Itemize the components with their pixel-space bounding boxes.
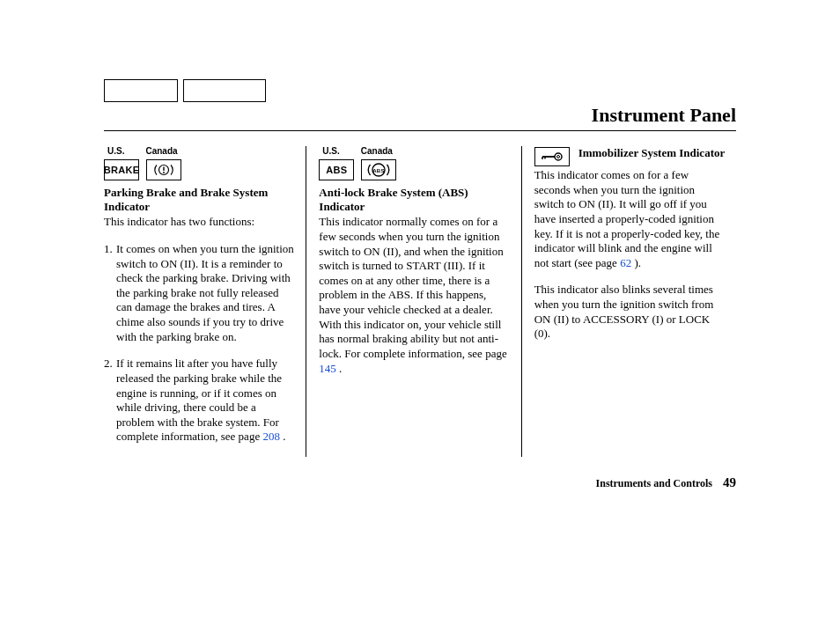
numbered-list: 1. It comes on when you turn the ignitio…: [104, 242, 295, 445]
list-item: 1. It comes on when you turn the ignitio…: [104, 242, 295, 344]
label-us: U.S.: [107, 146, 124, 158]
icon-labels-row: U.S. Canada: [319, 146, 510, 158]
abs-body-suffix: .: [336, 362, 343, 375]
immobilizer-body-2: This indicator also blinks several times…: [534, 283, 726, 342]
immobilizer-body-1: This indicator comes on for a few second…: [534, 168, 726, 270]
svg-point-6: [556, 156, 559, 158]
svg-point-2: [163, 172, 165, 173]
title-rule: [104, 130, 736, 131]
column-immobilizer: Immobilizer System Indicator This indica…: [521, 146, 736, 457]
page-footer: Instruments and Controls 49: [596, 475, 736, 490]
footer-section: Instruments and Controls: [596, 477, 712, 490]
page-link-145[interactable]: 145: [319, 362, 336, 375]
label-canada: Canada: [361, 146, 393, 158]
list-item-text: If it remains lit after you have fully r…: [116, 357, 295, 445]
page-link-208[interactable]: 208: [262, 430, 280, 443]
immobilizer-key-icon: [534, 147, 570, 166]
section-heading-abs: Anti-lock Brake System (ABS) Indicator: [319, 186, 510, 215]
list-number: 2.: [104, 357, 116, 445]
intro-text: This indicator has two functions:: [104, 215, 295, 230]
label-us: U.S.: [322, 146, 339, 158]
svg-text:ABS: ABS: [373, 168, 386, 173]
placeholder-box-2: [183, 79, 266, 102]
list-number: 1.: [104, 242, 116, 344]
icons-row: ABS ABS: [319, 159, 510, 180]
column-parking-brake: U.S. Canada BRAKE Parking Brake and Brak…: [104, 146, 306, 457]
placeholder-box-1: [104, 79, 178, 102]
footer-page-number: 49: [723, 475, 736, 490]
page-link-62[interactable]: 62: [620, 256, 631, 269]
immobilizer-body1-suffix: ).: [631, 256, 641, 269]
icon-labels-row: U.S. Canada: [104, 146, 295, 158]
abs-body-prefix: This indicator normally comes on for a f…: [319, 215, 506, 360]
content-columns: U.S. Canada BRAKE Parking Brake and Brak…: [104, 146, 736, 457]
section-heading-immobilizer: Immobilizer System Indicator: [578, 146, 726, 166]
label-canada: Canada: [145, 146, 177, 158]
top-placeholder-boxes: [104, 79, 266, 102]
list-item-text: It comes on when you turn the ignition s…: [116, 242, 295, 344]
immobilizer-body1-prefix: This indicator comes on for a few second…: [534, 168, 720, 269]
immobilizer-head-wrap: Immobilizer System Indicator: [534, 146, 726, 166]
section-heading-parking-brake: Parking Brake and Brake System Indicator: [104, 186, 295, 215]
brake-us-icon: BRAKE: [104, 159, 139, 180]
abs-body-text: This indicator normally comes on for a f…: [319, 215, 510, 376]
abs-us-icon: ABS: [319, 159, 354, 180]
list-item-prefix: If it remains lit after you have fully r…: [116, 357, 282, 443]
icons-row: BRAKE: [104, 159, 295, 180]
list-item-suffix: .: [280, 430, 286, 443]
brake-canada-icon: [146, 159, 181, 180]
svg-point-5: [555, 153, 562, 160]
abs-canada-icon: ABS: [361, 159, 396, 180]
page-title: Instrument Panel: [592, 104, 736, 127]
list-item: 2. If it remains lit after you have full…: [104, 357, 295, 445]
column-abs: U.S. Canada ABS ABS Anti-lock Brake Syst…: [306, 146, 520, 457]
